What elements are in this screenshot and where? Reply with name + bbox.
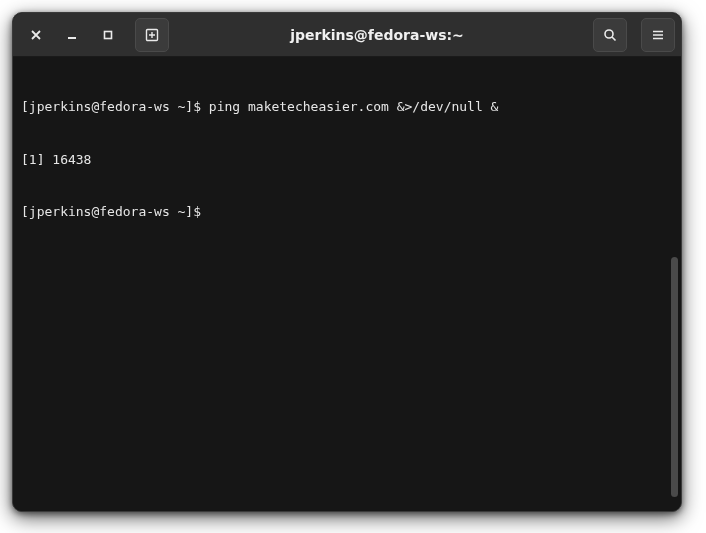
hamburger-icon <box>651 28 665 42</box>
close-button[interactable] <box>19 18 53 52</box>
terminal-window: jperkins@fedora-ws:~ [jper <box>12 12 682 512</box>
close-icon <box>30 29 42 41</box>
search-icon <box>603 28 617 42</box>
scrollbar-thumb[interactable] <box>671 257 678 497</box>
prompt: [jperkins@fedora-ws ~]$ <box>21 204 209 219</box>
minimize-button[interactable] <box>55 18 89 52</box>
new-tab-button[interactable] <box>135 18 169 52</box>
maximize-icon <box>102 29 114 41</box>
menu-button[interactable] <box>641 18 675 52</box>
svg-rect-0 <box>105 31 112 38</box>
titlebar-left-controls <box>19 18 169 52</box>
titlebar-right-controls <box>585 18 675 52</box>
terminal-line: [jperkins@fedora-ws ~]$ ping maketecheas… <box>21 98 673 116</box>
terminal-line: [1] 16438 <box>21 151 673 169</box>
search-button[interactable] <box>593 18 627 52</box>
maximize-button[interactable] <box>91 18 125 52</box>
cursor <box>209 205 216 219</box>
output-text: [1] 16438 <box>21 152 91 167</box>
minimize-icon <box>66 29 78 41</box>
terminal-content: [jperkins@fedora-ws ~]$ ping maketecheas… <box>21 63 673 256</box>
terminal-line: [jperkins@fedora-ws ~]$ <box>21 203 673 221</box>
svg-point-2 <box>605 30 613 38</box>
prompt: [jperkins@fedora-ws ~]$ <box>21 99 209 114</box>
new-tab-icon <box>145 28 159 42</box>
command-text: ping maketecheasier.com &>/dev/null & <box>209 99 499 114</box>
window-title: jperkins@fedora-ws:~ <box>169 27 585 43</box>
titlebar: jperkins@fedora-ws:~ <box>13 13 681 57</box>
terminal-body[interactable]: [jperkins@fedora-ws ~]$ ping maketecheas… <box>13 57 681 511</box>
